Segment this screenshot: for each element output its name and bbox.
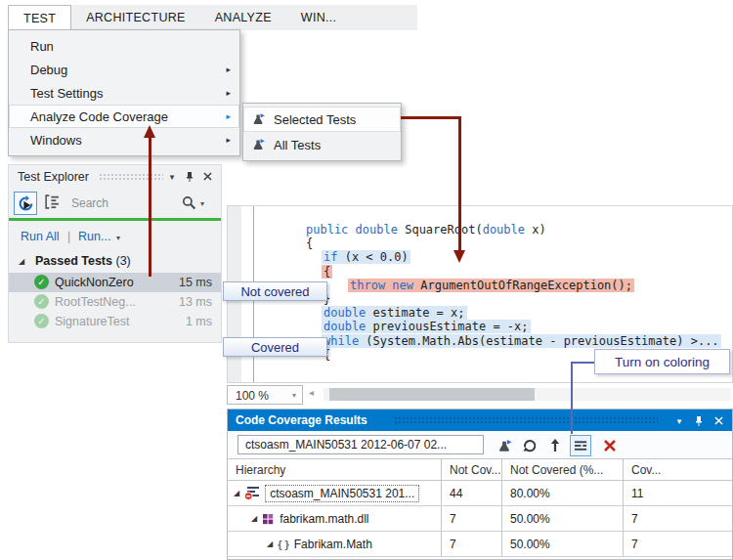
close-icon[interactable] (199, 169, 215, 185)
coverage-results-toolbar: ctsoasm_MAIN50531 2012-06-07 02... (228, 431, 732, 458)
test-row-signaturetest[interactable]: ✓ SignatureTest 1 ms (9, 312, 221, 331)
menu-architecture[interactable]: ARCHITECTURE (71, 5, 200, 30)
close-icon[interactable] (711, 413, 726, 429)
test-name: QuickNonZero (55, 276, 134, 289)
run-more-dropdown-icon[interactable]: ▾ (116, 234, 120, 242)
coloring-callout-connector (571, 362, 594, 364)
coverage-report-icon (244, 486, 260, 500)
remove-results-icon[interactable] (599, 435, 621, 456)
expander-icon[interactable]: ◢ (234, 489, 239, 497)
test-explorer-titlebar[interactable]: Test Explorer ▾ (9, 165, 221, 190)
code-line: if (x < 0.0) (228, 250, 732, 264)
test-passed-icon: ✓ (34, 314, 49, 328)
submenu-arrow-icon: ▸ (226, 88, 231, 98)
pin-icon[interactable] (691, 413, 707, 429)
row-name: Fabrikam.Math (294, 538, 372, 551)
annotation-arrowhead-down (453, 250, 465, 263)
scrollbar-left-arrow[interactable]: ◂ (309, 387, 314, 398)
run-links-row: Run All | Run... ▾ (9, 227, 221, 246)
zoom-dropdown-icon[interactable]: ▾ (292, 391, 296, 400)
submenu-arrow-icon: ▸ (226, 65, 231, 74)
menu-item-label: Windows (30, 133, 82, 148)
pin-icon[interactable] (182, 169, 197, 185)
column-header-hierarchy[interactable]: Hierarchy (228, 459, 442, 480)
table-row-assembly[interactable]: ◢ fabrikam.math.dll 7 50.00% 7 (228, 506, 732, 532)
column-header-not-covered-pct[interactable]: Not Covered (%... (502, 459, 624, 480)
menu-item-debug[interactable]: Debug ▸ (9, 58, 239, 81)
test-explorer-panel: Test Explorer ▾ (8, 164, 222, 343)
menu-item-label: Test Settings (30, 86, 103, 101)
test-passed-icon: ✓ (34, 294, 49, 309)
coverage-results-table: Hierarchy Not Cov... Not Covered (%... C… (228, 458, 732, 557)
group-by-button[interactable] (44, 194, 61, 209)
test-name: SignatureTest (55, 315, 129, 328)
passed-tests-group[interactable]: ◢ Passed Tests (3) (9, 252, 221, 272)
column-header-not-covered[interactable]: Not Cov... (442, 459, 502, 480)
test-name: RootTestNeg... (55, 295, 136, 309)
code-line: double previousEstimate = -x; (228, 320, 732, 333)
table-row-report[interactable]: ◢ ctsoasm_MAIN50531 201... 44 80.00% 11 (228, 481, 732, 506)
submenu-item-selected-tests[interactable]: Selected Tests (243, 107, 401, 132)
menu-analyze[interactable]: ANALYZE (200, 5, 286, 30)
table-row-namespace[interactable]: ◢ { } Fabrikam.Math 7 50.00% 7 (228, 532, 732, 557)
test-time: 13 ms (179, 295, 212, 309)
menu-test[interactable]: TEST (8, 5, 71, 31)
scrollbar-thumb[interactable] (329, 388, 535, 401)
window-position-button[interactable]: ▾ (671, 413, 687, 429)
menu-item-analyze-code-coverage[interactable]: Analyze Code Coverage ▸ (9, 105, 239, 128)
submenu-arrow-icon: ▸ (226, 135, 231, 145)
menu-item-label: Analyze Code Coverage (30, 109, 168, 124)
test-row-roottestneg[interactable]: ✓ RootTestNeg... 13 ms (9, 292, 221, 312)
test-row-quicknonzero[interactable]: ✓ QuickNonZero 15 ms (9, 273, 221, 292)
run-tests-button[interactable] (14, 192, 37, 215)
turn-on-coloring-callout: Turn on coloring (594, 349, 730, 374)
refresh-icon[interactable] (519, 435, 540, 456)
coverage-results-titlebar[interactable]: Code Coverage Results ▾ (228, 409, 732, 431)
test-run-progress-bar (9, 218, 221, 221)
not-covered-pct-value: 80.00% (510, 487, 550, 500)
run-all-link[interactable]: Run All (21, 230, 60, 243)
column-label: Not Covered (%... (510, 463, 603, 477)
annotation-arrowhead-up (144, 125, 155, 138)
coverage-report-selector[interactable]: ctsoasm_MAIN50531 2012-06-07 02... (237, 435, 484, 454)
covered-value: 7 (631, 512, 638, 526)
menu-bar: TEST ARCHITECTURE ANALYZE WIN... (8, 5, 417, 30)
submenu-item-all-tests[interactable]: All Tests (243, 132, 401, 157)
not-covered-value: 44 (450, 487, 462, 500)
search-input[interactable]: Search (71, 196, 108, 210)
drag-handle[interactable] (394, 416, 658, 425)
horizontal-scrollbar[interactable] (323, 388, 731, 401)
link-divider: | (67, 230, 70, 243)
menu-item-test-settings[interactable]: Test Settings ▸ (9, 81, 239, 105)
covered-value: 11 (631, 487, 643, 500)
annotation-arrow-test-to-menu (149, 138, 151, 277)
drag-handle[interactable] (99, 173, 163, 182)
export-results-icon[interactable] (544, 435, 566, 456)
expander-icon[interactable]: ◢ (19, 257, 24, 266)
namespace-icon: { } (278, 538, 289, 550)
code-coverage-results-panel: Code Coverage Results ▾ ctsoasm_MAIN5053… (227, 409, 733, 560)
run-coverage-icon (251, 138, 266, 152)
editor-zoom-control[interactable]: 100 % ▾ (227, 385, 303, 405)
column-label: Hierarchy (236, 463, 285, 477)
menu-item-windows[interactable]: Windows ▸ (9, 128, 239, 151)
menu-item-run[interactable]: Run (9, 34, 239, 58)
code-line: public double SquareRoot(double x) (228, 223, 732, 237)
not-covered-value: 7 (450, 512, 456, 526)
run-coverage-icon (251, 112, 266, 127)
expander-icon[interactable]: ◢ (251, 514, 257, 523)
window-position-button[interactable]: ▾ (164, 169, 180, 185)
show-coverage-coloring-button[interactable] (570, 435, 591, 456)
analyze-code-coverage-button[interactable] (494, 435, 515, 456)
expander-icon[interactable]: ◢ (267, 539, 273, 548)
column-header-covered[interactable]: Cov... (624, 459, 733, 480)
column-label: Cov... (631, 463, 661, 477)
menu-window[interactable]: WIN... (286, 5, 352, 30)
run-more-link[interactable]: Run... (78, 230, 110, 243)
search-options-dropdown-icon[interactable]: ▾ (200, 199, 204, 208)
coverage-coloring-icon (574, 440, 588, 452)
test-time: 1 ms (186, 315, 212, 328)
search-icon[interactable] (182, 195, 196, 210)
annotation-arrow-submenu-to-code (401, 116, 461, 119)
zoom-level: 100 % (236, 389, 269, 403)
